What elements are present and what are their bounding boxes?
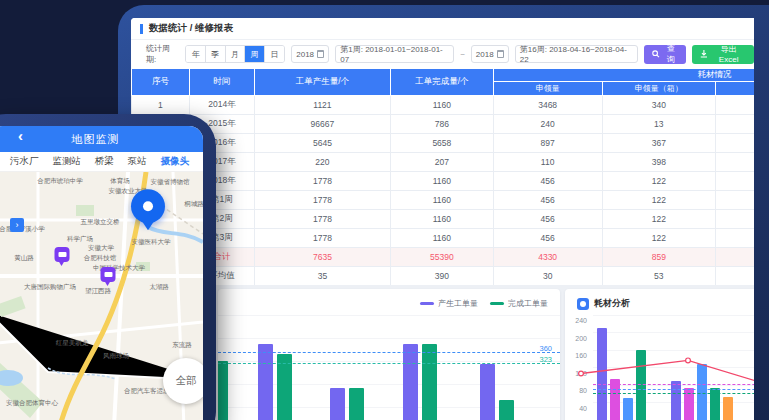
map-label: 太湖路 bbox=[149, 283, 169, 292]
search-icon bbox=[652, 50, 660, 58]
phone-page-title: 地图监测 bbox=[72, 132, 120, 147]
legend-item: 完成工单量 bbox=[490, 298, 548, 309]
all-filter-button[interactable]: 全部 bbox=[163, 358, 203, 404]
period-option-季[interactable]: 季 bbox=[206, 46, 226, 62]
cell: 240 bbox=[493, 115, 602, 134]
cell: 1160 bbox=[390, 172, 493, 191]
map-expander-button[interactable]: › bbox=[10, 218, 24, 232]
map-label: 合肥科技馆 bbox=[84, 254, 117, 263]
phone-tab-泵站[interactable]: 泵站 bbox=[128, 155, 147, 168]
period-option-周[interactable]: 周 bbox=[245, 46, 265, 62]
cell: 96667 bbox=[254, 115, 390, 134]
cell: 897 bbox=[493, 134, 602, 153]
cell: 55390 bbox=[390, 248, 493, 267]
cell: 53 bbox=[602, 267, 716, 286]
map-label: 望江西路 bbox=[85, 287, 111, 296]
map-view[interactable]: 合肥市琥珀中学体育场安徽农业大学安徽省博物馆桐城路五里墩立交桥合肥市宁溪小学科学… bbox=[0, 172, 203, 420]
table-row: 6第1周177811604561227967 bbox=[132, 191, 755, 210]
cell: 367 bbox=[602, 134, 716, 153]
reference-label: 323 bbox=[539, 355, 552, 364]
table-row: 52018年177811604561227967 bbox=[132, 172, 755, 191]
back-chevron-icon[interactable]: ‹ bbox=[18, 127, 23, 144]
report-table-wrap: 序号时间工单产生量/个工单完成量/个耗材情况申领量申领量（箱）领用量库存量120… bbox=[131, 68, 754, 285]
calendar-icon bbox=[497, 50, 504, 58]
col-header: 时间 bbox=[189, 69, 254, 96]
selected-location-pin[interactable] bbox=[131, 189, 165, 223]
sub-col-header: 申领量 bbox=[493, 82, 602, 96]
legend-dash bbox=[490, 302, 504, 305]
chart-title: 耗材分析 bbox=[577, 297, 630, 310]
filter-bar: 统计周期: 年季月周日 2018 第1周: 2018-01-01~2018-01… bbox=[131, 40, 754, 68]
cell: 1160 bbox=[390, 210, 493, 229]
cell: 7 bbox=[716, 115, 754, 134]
cell: 1160 bbox=[390, 229, 493, 248]
y-tick-label: 200 bbox=[565, 335, 587, 342]
y-tick-label: 80 bbox=[565, 387, 587, 394]
group-header: 耗材情况 bbox=[493, 69, 754, 82]
start-week-input[interactable]: 第1周: 2018-01-01~2018-01-07 bbox=[335, 45, 454, 63]
map-label: 安徽医科大学 bbox=[132, 238, 171, 247]
map-label: 五里墩立交桥 bbox=[81, 218, 120, 227]
reference-label: 360 bbox=[539, 344, 552, 353]
cell: 111 bbox=[716, 267, 754, 286]
legend-item: 产生工单量 bbox=[420, 298, 478, 309]
map-label: 安徽省博物馆 bbox=[151, 178, 190, 187]
map-label: 桐城路 bbox=[184, 200, 203, 209]
period-option-日[interactable]: 日 bbox=[265, 46, 285, 62]
map-label: 风雨球场 bbox=[103, 352, 129, 361]
phone-tab-污水厂[interactable]: 污水厂 bbox=[10, 155, 39, 168]
map-label: 黄山路 bbox=[14, 254, 34, 263]
export-excel-button[interactable]: 导出Excel bbox=[692, 45, 754, 64]
cell: 340 bbox=[602, 96, 716, 115]
cell: 7635 bbox=[254, 248, 390, 267]
sub-col-header: 申领量（箱） bbox=[602, 82, 716, 96]
end-week-input[interactable]: 第16周: 2018-04-16~2018-04-22 bbox=[515, 45, 638, 63]
cell: 70 bbox=[716, 96, 754, 115]
cell: 456 bbox=[493, 210, 602, 229]
breadcrumb-bar: 数据统计 / 维修报表 bbox=[131, 18, 754, 40]
start-year-select[interactable]: 2018 bbox=[291, 45, 329, 63]
breadcrumb: 数据统计 / 维修报表 bbox=[149, 22, 233, 35]
period-segmented-control: 年季月周日 bbox=[185, 45, 285, 63]
dashboard-screen: 数据统计 / 维修报表 统计周期: 年季月周日 2018 第1周: 2018-0… bbox=[131, 18, 754, 420]
phone-tab-摄像头[interactable]: 摄像头 bbox=[161, 155, 190, 168]
cell: 124 bbox=[716, 134, 754, 153]
cell: 1778 bbox=[254, 210, 390, 229]
consumables-chart-card: 耗材分析申领量4080120160200240 bbox=[565, 289, 754, 420]
chart-legend: 产生工单量完成工单量 bbox=[420, 298, 548, 309]
cell: 122 bbox=[602, 191, 716, 210]
map-label: 安徽大学 bbox=[88, 244, 114, 253]
table-row: 22015年96667786240137690 bbox=[132, 115, 755, 134]
cell: 30 bbox=[493, 267, 602, 286]
col-header: 工单产生量/个 bbox=[254, 69, 390, 96]
query-button[interactable]: 查询 bbox=[644, 45, 686, 64]
cell: 79 bbox=[716, 172, 754, 191]
camera-pin[interactable] bbox=[55, 247, 70, 262]
period-option-月[interactable]: 月 bbox=[226, 46, 246, 62]
cell: 1778 bbox=[254, 191, 390, 210]
map-label: 东流路 bbox=[172, 341, 192, 350]
chart-title-text: 耗材分析 bbox=[594, 297, 630, 310]
camera-pin[interactable] bbox=[101, 267, 116, 282]
phone-screen: ‹ 地图监测 污水厂监测站桥梁泵站摄像头 合肥市琥珀中学体育场安徽农业大学安徽省… bbox=[0, 126, 203, 420]
period-label: 统计周期: bbox=[146, 43, 179, 65]
phone-tab-桥梁[interactable]: 桥梁 bbox=[95, 155, 114, 168]
reference-line: 360 bbox=[218, 352, 560, 353]
bar bbox=[218, 361, 228, 420]
bar bbox=[330, 388, 345, 420]
cell: 4330 bbox=[493, 248, 602, 267]
y-tick-label: 160 bbox=[565, 352, 587, 359]
legend-label: 产生工单量 bbox=[438, 298, 478, 309]
cell: 13 bbox=[602, 115, 716, 134]
legend-dash bbox=[420, 302, 434, 305]
phone-tab-监测站[interactable]: 监测站 bbox=[52, 155, 81, 168]
period-option-年[interactable]: 年 bbox=[186, 46, 206, 62]
bar bbox=[277, 354, 292, 420]
map-label: 红星美凯龙 bbox=[56, 339, 89, 348]
cell: 35 bbox=[254, 267, 390, 286]
end-year-select[interactable]: 2018 bbox=[471, 45, 509, 63]
y-tick-label: 40 bbox=[565, 405, 587, 412]
table-row: 8第3周177811604561227967 bbox=[132, 229, 755, 248]
work-orders-chart-card: 产生工单量完成工单量360323 bbox=[218, 289, 560, 420]
avg-row: 平均值35390305311114 bbox=[132, 267, 755, 286]
